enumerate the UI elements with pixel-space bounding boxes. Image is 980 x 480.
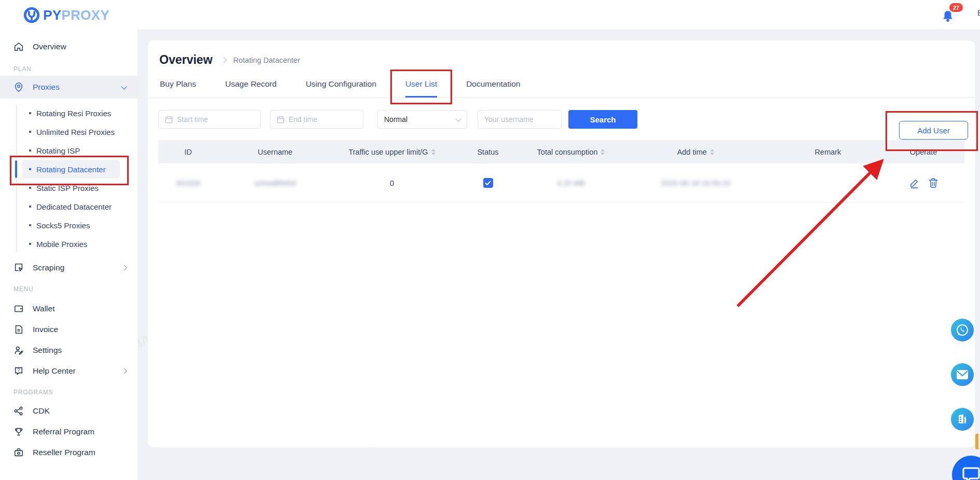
sidebar-item-unlimited-resi-proxies[interactable]: Unlimited Resi Proxies [22,122,120,141]
trophy-icon [13,427,24,437]
sidebar-item-label: Proxies [33,83,60,92]
notification-bell-button[interactable]: 27 [942,7,963,24]
feedback-tab[interactable] [975,434,978,449]
section-label-plan: PLAN [0,64,138,74]
sidebar-item-rotating-resi-proxies[interactable]: Rotating Resi Proxies [22,104,120,122]
tab-label: User List [405,79,437,88]
sidebar-item-settings[interactable]: Settings [0,340,138,361]
status-select[interactable]: Normal [377,110,467,129]
column-header-add-time[interactable]: Add time [618,148,773,156]
home-icon [13,42,24,52]
wallet-icon [13,304,24,314]
check-icon [485,181,491,186]
sidebar-item-wallet[interactable]: Wallet [0,298,138,319]
end-time-field[interactable] [270,110,363,129]
column-label: Status [477,148,498,156]
bullet-icon [29,205,31,208]
sidebar-item-rotating-isp[interactable]: Rotating ISP [22,141,120,160]
sidebar-item-cdk[interactable]: CDK [0,401,138,421]
sidebar-item-dedicated-datacenter[interactable]: Dedicated Datacenter [22,197,120,216]
tab-documentation[interactable]: Documentation [466,79,520,97]
company-button[interactable] [951,408,974,431]
pyproxy-logo-icon [23,6,40,24]
sidebar-item-overview[interactable]: Overview [0,35,138,58]
page-title: Overview [159,53,212,67]
tab-usage-record[interactable]: Usage Record [225,79,277,97]
sidebar-item-rotating-datacenter[interactable]: Rotating Datacenter [22,160,120,179]
live-chat-button[interactable] [952,456,980,480]
sort-icon[interactable] [601,149,605,155]
table-header: ID Username Traffic use upper limit/G St… [158,140,964,163]
edit-button[interactable] [909,177,920,188]
username-input[interactable] [484,115,555,124]
active-item-indicator [15,160,17,178]
sidebar-item-label: Rotating Resi Proxies [36,109,111,118]
add-user-button[interactable]: Add User [899,121,968,140]
topbar: 27 English ap283fkgqsfleH4wl [138,0,980,29]
user-table: ID Username Traffic use upper limit/G St… [158,140,964,203]
chevron-right-icon [121,368,127,374]
column-header-operate: Operate [882,148,964,156]
column-label: Remark [815,148,841,156]
sidebar-item-reseller-program[interactable]: Reseller Program [0,442,138,463]
row-total-consumption: 4.25 MB [557,179,585,187]
brand-logo[interactable]: PYPROXY [0,0,138,24]
bullet-icon [29,243,31,245]
delete-button[interactable] [928,177,938,188]
sort-icon[interactable] [431,149,435,155]
chevron-down-icon [121,84,127,89]
sidebar-item-label: Wallet [33,304,55,313]
sidebar-item-mobile-proxies[interactable]: Mobile Proxies [22,235,120,253]
email-button[interactable] [951,363,974,386]
brand-secondary: PROXY [61,7,110,23]
proxies-submenu: Rotating Resi Proxies Unlimited Resi Pro… [0,104,138,253]
section-label-menu: MENU [0,284,138,294]
building-icon [957,414,968,425]
sidebar-item-scraping[interactable]: Scraping [0,256,138,279]
sidebar-item-invoice[interactable]: Invoice [0,319,138,340]
bullet-icon [29,131,31,133]
start-time-field[interactable] [158,110,261,129]
tab-buy-plans[interactable]: Buy Plans [160,79,196,97]
sidebar-item-proxies[interactable]: Proxies [0,76,138,99]
sidebar-item-help-center[interactable]: ? Help Center [0,361,138,381]
sidebar-item-socks5-proxies[interactable]: Socks5 Proxies [22,216,120,235]
sidebar-item-label: Rotating Datacenter [36,165,105,174]
bullet-icon [29,112,31,114]
table-row: 301026 schwd89454 0 4.25 MB 2025-06-18 1… [158,163,964,203]
language-selector[interactable]: English [977,8,980,17]
column-label: Username [258,148,293,156]
row-username: schwd89454 [254,179,296,187]
tab-user-list[interactable]: User List [405,79,437,98]
row-traffic-limit: 0 [390,179,394,187]
invoice-icon [13,324,24,335]
sidebar-item-label: Help Center [33,366,76,376]
briefcase-icon [13,447,24,458]
whatsapp-icon [956,323,969,337]
chevron-down-icon [455,116,461,121]
status-checkbox[interactable] [483,178,493,188]
chevron-right-icon [121,265,127,270]
section-label-programs: PROGRAMS [0,388,138,397]
main-panel: Overview Rotating Datacenter Buy Plans U… [148,40,975,447]
sidebar-item-static-isp-proxies[interactable]: Static ISP Proxies [22,179,120,197]
column-header-total-consumption[interactable]: Total consumption [524,148,618,156]
brand-wordmark: PYPROXY [43,7,110,23]
sidebar: PYPROXY Overview PLAN Proxies Rotating R… [0,0,138,480]
column-header-remark: Remark [773,148,882,156]
sort-icon[interactable] [710,149,714,155]
row-add-time: 2025-06-18 16:56:23 [661,179,731,187]
whatsapp-button[interactable] [951,319,974,341]
sidebar-item-referral-program[interactable]: Referral Program [0,421,138,442]
column-header-traffic[interactable]: Traffic use upper limit/G [332,148,452,156]
search-button[interactable]: Search [568,110,637,129]
sidebar-item-label: Settings [33,346,62,355]
username-field[interactable] [478,110,562,129]
start-time-input[interactable] [177,115,254,124]
tab-bar: Buy Plans Usage Record Using Configurati… [148,79,975,98]
submenu-guide-line [16,105,17,252]
tab-using-configuration[interactable]: Using Configuration [306,79,376,97]
scraping-icon [13,263,24,273]
end-time-input[interactable] [289,115,357,124]
chat-bubble-icon [962,467,980,480]
